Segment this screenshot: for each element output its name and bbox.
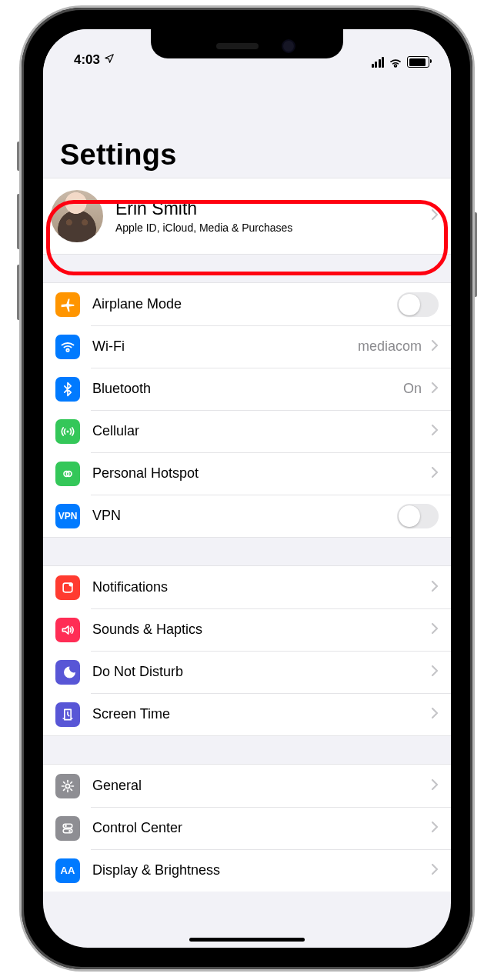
vpn-icon: VPN — [55, 504, 80, 528]
display-icon: AA — [55, 858, 80, 883]
screen: 4:03 — [43, 29, 451, 948]
row-wifi[interactable]: Wi-Fi mediacom — [43, 325, 451, 368]
bluetooth-value: On — [403, 381, 422, 397]
hotspot-icon — [55, 462, 80, 486]
row-label: Wi-Fi — [92, 338, 358, 355]
row-bluetooth[interactable]: Bluetooth On — [43, 368, 451, 410]
chevron-right-icon — [431, 580, 439, 595]
wifi-settings-icon — [55, 335, 80, 359]
svg-point-0 — [67, 430, 69, 432]
airplane-mode-switch[interactable] — [397, 292, 439, 317]
home-indicator[interactable] — [189, 938, 305, 942]
cellular-signal-icon — [372, 57, 385, 68]
chevron-right-icon — [431, 466, 439, 482]
settings-group-notifications: Notifications Sounds & Haptics — [43, 565, 451, 736]
settings-group-general: General Control Center — [43, 764, 451, 892]
location-icon — [104, 52, 115, 68]
sounds-icon — [55, 618, 80, 642]
row-control-center[interactable]: Control Center — [43, 807, 451, 849]
row-airplane-mode[interactable]: Airplane Mode — [43, 282, 451, 325]
row-label: Bluetooth — [92, 381, 403, 397]
row-label: Display & Brightness — [92, 862, 428, 878]
side-power-button — [472, 212, 477, 297]
cellular-icon — [55, 419, 80, 444]
row-notifications[interactable]: Notifications — [43, 565, 451, 608]
chevron-right-icon — [431, 382, 439, 397]
chevron-right-icon — [431, 208, 439, 224]
do-not-disturb-icon — [55, 660, 80, 685]
screen-time-icon — [55, 702, 80, 727]
row-display-brightness[interactable]: AA Display & Brightness — [43, 849, 451, 892]
page-title: Settings — [60, 138, 434, 172]
svg-point-7 — [68, 830, 71, 832]
apple-id-row[interactable]: Erin Smith Apple ID, iCloud, Media & Pur… — [43, 178, 451, 255]
profile-subtitle: Apple ID, iCloud, Media & Purchases — [115, 222, 428, 234]
row-cellular[interactable]: Cellular — [43, 410, 451, 452]
control-center-icon — [55, 816, 80, 841]
row-screen-time[interactable]: Screen Time — [43, 693, 451, 736]
avatar — [51, 190, 103, 242]
row-label: Screen Time — [92, 706, 428, 722]
row-label: Personal Hotspot — [92, 465, 428, 482]
row-label: Airplane Mode — [92, 296, 397, 312]
row-vpn[interactable]: VPN VPN — [43, 495, 451, 538]
page-header: Settings — [43, 69, 451, 178]
chevron-right-icon — [431, 707, 439, 722]
row-sounds[interactable]: Sounds & Haptics — [43, 608, 451, 651]
row-label: Notifications — [92, 579, 428, 595]
row-label: Cellular — [92, 423, 428, 439]
row-label: Sounds & Haptics — [92, 622, 428, 638]
profile-name: Erin Smith — [115, 198, 428, 220]
settings-group-connectivity: Airplane Mode Wi-Fi mediacom — [43, 282, 451, 538]
wifi-icon — [389, 57, 402, 68]
notifications-icon — [55, 575, 80, 600]
vpn-switch[interactable] — [397, 504, 439, 528]
airplane-icon — [55, 292, 80, 317]
chevron-right-icon — [431, 622, 439, 638]
status-time: 4:03 — [74, 52, 100, 68]
chevron-right-icon — [431, 339, 439, 355]
bluetooth-icon — [55, 377, 80, 402]
battery-icon — [407, 56, 429, 68]
notch — [151, 29, 343, 58]
device-frame: 4:03 — [22, 8, 472, 969]
chevron-right-icon — [431, 778, 439, 794]
wifi-value: mediacom — [358, 338, 422, 355]
row-label: General — [92, 778, 428, 794]
row-label: Do Not Disturb — [92, 664, 428, 680]
svg-point-3 — [65, 784, 69, 788]
svg-point-2 — [69, 582, 73, 586]
row-general[interactable]: General — [43, 764, 451, 807]
row-do-not-disturb[interactable]: Do Not Disturb — [43, 651, 451, 693]
chevron-right-icon — [431, 821, 439, 836]
svg-rect-6 — [63, 828, 72, 832]
svg-rect-4 — [63, 824, 72, 828]
chevron-right-icon — [431, 424, 439, 439]
svg-point-5 — [65, 825, 67, 827]
chevron-right-icon — [431, 863, 439, 878]
row-label: Control Center — [92, 820, 428, 836]
row-label: VPN — [92, 508, 397, 524]
general-icon — [55, 774, 80, 798]
chevron-right-icon — [431, 665, 439, 680]
row-personal-hotspot[interactable]: Personal Hotspot — [43, 452, 451, 495]
